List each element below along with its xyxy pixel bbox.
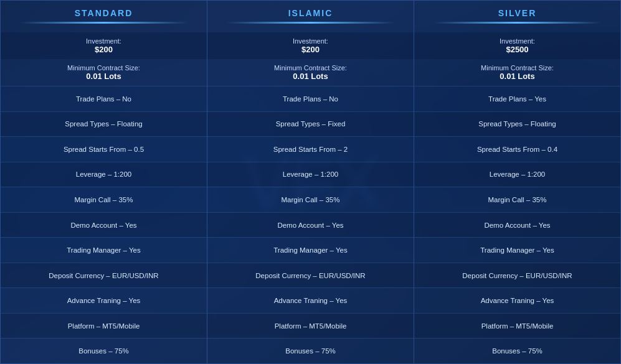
investment-value-islamic: $200 <box>214 45 407 54</box>
feature-item-islamic-1: Spread Types – Fixed <box>207 111 414 137</box>
card-header-standard: STANDARD <box>1 1 207 32</box>
feature-item-standard-9: Platform – MT5/Mobile <box>1 313 207 338</box>
investment-label-islamic: Investment: <box>214 37 407 45</box>
feature-item-standard-4: Margin Call – 35% <box>1 187 207 212</box>
contract-value-silver: 0.01 Lots <box>420 72 614 81</box>
feature-item-standard-5: Demo Account – Yes <box>1 212 207 238</box>
card-header-islamic: ISLAMIC <box>207 1 414 32</box>
feature-item-standard-0: Trade Plans – No <box>1 86 207 111</box>
investment-value-standard: $200 <box>7 45 201 54</box>
investment-label-standard: Investment: <box>7 37 201 45</box>
feature-item-silver-10: Bonuses – 75% <box>414 338 620 363</box>
features-list-islamic: Trade Plans – No Spread Types – Fixed Sp… <box>207 86 414 363</box>
feature-item-standard-10: Bonuses – 75% <box>1 338 207 363</box>
feature-item-standard-3: Leverage – 1:200 <box>1 162 207 187</box>
feature-item-silver-8: Advance Traning – Yes <box>414 287 620 313</box>
contract-section-silver: Minimum Contract Size: 0.01 Lots <box>414 59 620 86</box>
feature-item-silver-5: Demo Account – Yes <box>414 212 620 238</box>
card-silver: SILVER Investment: $2500 Minimum Contrac… <box>414 0 621 364</box>
contract-section-standard: Minimum Contract Size: 0.01 Lots <box>1 59 207 86</box>
contract-label-standard: Minimum Contract Size: <box>7 64 201 72</box>
feature-item-silver-3: Leverage – 1:200 <box>414 162 620 187</box>
feature-item-standard-6: Trading Manager – Yes <box>1 237 207 263</box>
investment-section-silver: Investment: $2500 <box>414 32 620 59</box>
feature-item-islamic-9: Platform – MT5/Mobile <box>207 313 414 338</box>
feature-item-silver-7: Deposit Currency – EUR/USD/INR <box>414 263 620 288</box>
contract-value-standard: 0.01 Lots <box>7 72 201 81</box>
feature-item-silver-2: Spread Starts From – 0.4 <box>414 136 620 162</box>
contract-value-islamic: 0.01 Lots <box>214 72 407 81</box>
investment-section-standard: Investment: $200 <box>1 32 207 59</box>
feature-item-silver-6: Trading Manager – Yes <box>414 237 620 263</box>
feature-item-islamic-0: Trade Plans – No <box>207 86 414 111</box>
card-title-islamic: ISLAMIC <box>214 8 407 18</box>
contract-section-islamic: Minimum Contract Size: 0.01 Lots <box>207 59 414 86</box>
card-divider-islamic <box>226 22 395 24</box>
feature-item-standard-7: Deposit Currency – EUR/USD/INR <box>1 263 207 288</box>
feature-item-standard-1: Spread Types – Floating <box>1 111 207 137</box>
feature-item-islamic-3: Leverage – 1:200 <box>207 162 414 187</box>
feature-item-standard-8: Advance Traning – Yes <box>1 287 207 313</box>
investment-section-islamic: Investment: $200 <box>207 32 414 59</box>
feature-item-islamic-10: Bonuses – 75% <box>207 338 414 363</box>
feature-item-islamic-4: Margin Call – 35% <box>207 187 414 212</box>
feature-item-silver-9: Platform – MT5/Mobile <box>414 313 620 338</box>
card-standard: STANDARD Investment: $200 Minimum Contra… <box>0 0 207 364</box>
feature-item-silver-0: Trade Plans – Yes <box>414 86 620 111</box>
contract-label-silver: Minimum Contract Size: <box>420 64 614 72</box>
feature-item-islamic-2: Spread Starts From – 2 <box>207 136 414 162</box>
investment-value-silver: $2500 <box>420 45 614 54</box>
investment-label-silver: Investment: <box>420 37 614 45</box>
card-title-silver: SILVER <box>420 8 614 18</box>
card-divider-silver <box>433 22 602 24</box>
card-title-standard: STANDARD <box>7 8 201 18</box>
feature-item-standard-2: Spread Starts From – 0.5 <box>1 136 207 162</box>
feature-item-islamic-6: Trading Manager – Yes <box>207 237 414 263</box>
card-islamic: ISLAMIC Investment: $200 Minimum Contrac… <box>207 0 414 364</box>
features-list-standard: Trade Plans – No Spread Types – Floating… <box>1 86 207 363</box>
features-list-silver: Trade Plans – Yes Spread Types – Floatin… <box>414 86 620 363</box>
feature-item-islamic-7: Deposit Currency – EUR/USD/INR <box>207 263 414 288</box>
cards-container: STANDARD Investment: $200 Minimum Contra… <box>0 0 621 364</box>
feature-item-silver-4: Margin Call – 35% <box>414 187 620 212</box>
card-divider-standard <box>19 22 188 24</box>
card-header-silver: SILVER <box>414 1 620 32</box>
contract-label-islamic: Minimum Contract Size: <box>214 64 407 72</box>
feature-item-silver-1: Spread Types – Floating <box>414 111 620 137</box>
feature-item-islamic-8: Advance Traning – Yes <box>207 287 414 313</box>
feature-item-islamic-5: Demo Account – Yes <box>207 212 414 238</box>
